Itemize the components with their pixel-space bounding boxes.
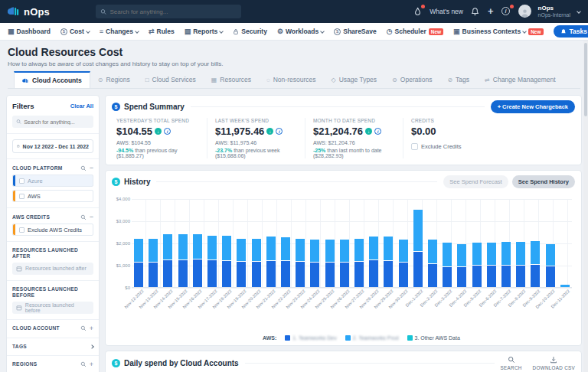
chevron-right-icon[interactable] — [90, 344, 94, 349]
exclude-credits-checkbox[interactable]: Exclude Credits — [411, 143, 493, 150]
nav-item-scheduler[interactable]: ◷SchedulerNew — [387, 28, 443, 35]
tab-cloud-services[interactable]: □Cloud Services — [138, 71, 204, 88]
bar-Nov-13-2022[interactable]: Nov-13-2022 — [149, 199, 158, 287]
bar-Nov-18-2022[interactable]: Nov-18-2022 — [222, 199, 231, 287]
filter-option-aws[interactable]: AWS — [12, 190, 93, 202]
tab-resources[interactable]: ▦Resources — [204, 71, 259, 88]
bell-icon[interactable] — [470, 6, 481, 17]
see-spend-history-button[interactable]: See Spend History — [512, 175, 575, 188]
bar-Nov-23-2022[interactable]: Nov-23-2022 — [296, 199, 305, 287]
nav-item-rules[interactable]: ⇄Rules — [149, 28, 175, 35]
nav-item-changes[interactable]: ≡Changes — [100, 28, 139, 35]
legend-item[interactable]: 1. Teamworks Dev — [285, 335, 336, 341]
filter-option-azure[interactable]: Azure — [12, 175, 93, 187]
filter-option-exclude-aws-credits[interactable]: Exclude AWS Credits — [12, 224, 93, 236]
bar-Nov-25-2022[interactable]: Nov-25-2022 — [325, 199, 335, 287]
tab-usage-types[interactable]: ◇Usage Types — [323, 71, 384, 88]
bar-Dec-10-2022[interactable]: Dec-10-2022 — [546, 199, 555, 287]
info-icon[interactable]: i — [501, 6, 511, 17]
bar-Nov-21-2022[interactable]: Nov-21-2022 — [266, 199, 276, 287]
whats-new-label[interactable]: What's new — [430, 8, 463, 15]
bar-Nov-16-2022[interactable]: Nov-16-2022 — [193, 199, 202, 287]
launched-after-input[interactable]: Resources launched after — [12, 263, 93, 275]
global-search-input[interactable] — [109, 8, 237, 15]
collapse-icon[interactable]: − — [90, 165, 93, 171]
nav-item-sharesave[interactable]: $ShareSave — [334, 28, 376, 35]
sidebar-section-tags[interactable]: TAGS — [12, 344, 93, 350]
checkbox[interactable] — [19, 194, 24, 199]
tab-cloud-accounts[interactable]: Cloud Accounts — [14, 71, 90, 88]
bar-Nov-20-2022[interactable]: Nov-20-2022 — [252, 199, 261, 287]
bar-Nov-28-2022[interactable]: Nov-28-2022 — [369, 199, 378, 287]
bar-Dec-3-2022[interactable]: Dec-3-2022 — [443, 199, 452, 287]
filter-search[interactable] — [12, 116, 93, 128]
nav-item-business-contexts[interactable]: ▣Business ContextsNew — [453, 28, 543, 35]
tasks-button[interactable]: Tasks — [554, 25, 588, 38]
bar-Nov-26-2022[interactable]: Nov-26-2022 — [340, 199, 349, 287]
bar-Dec-2-2022[interactable]: Dec-2-2022 — [428, 199, 437, 287]
add-icon[interactable]: + — [488, 6, 494, 16]
page-scrollbar[interactable] — [583, 41, 588, 372]
user-avatar[interactable] — [518, 5, 531, 18]
date-range-picker[interactable]: Nov 12 2022 - Dec 11 2022 — [12, 139, 93, 153]
tab-change-management[interactable]: ⇌Change Management — [477, 71, 563, 88]
bar-Nov-17-2022[interactable]: Nov-17-2022 — [207, 199, 217, 287]
section-search-icon[interactable] — [80, 214, 87, 220]
nav-item-cost[interactable]: $Cost — [60, 28, 90, 35]
bar-Nov-22-2022[interactable]: Nov-22-2022 — [281, 199, 290, 287]
sidebar-section-cloud-account[interactable]: CLOUD ACCOUNT+ — [12, 325, 93, 332]
bar-Nov-19-2022[interactable]: Nov-19-2022 — [237, 199, 246, 287]
table-search-button[interactable]: SEARCH — [501, 356, 522, 370]
see-spend-forecast-button[interactable]: See Spend Forecast — [443, 175, 508, 188]
nav-item-security[interactable]: Security — [233, 28, 267, 35]
section-search-icon[interactable] — [80, 165, 87, 171]
user-info[interactable]: nOps nOps-Internal — [538, 5, 570, 18]
tab-operations[interactable]: ⊖Operations — [384, 71, 439, 88]
section-search-icon[interactable] — [80, 361, 87, 367]
bar-Nov-27-2022[interactable]: Nov-27-2022 — [354, 199, 364, 287]
filter-search-input[interactable] — [24, 119, 90, 125]
nav-item-dashboard[interactable]: ▦Dashboard — [8, 28, 51, 35]
bar-Dec-4-2022[interactable]: Dec-4-2022 — [457, 199, 466, 287]
checkbox[interactable] — [19, 227, 24, 233]
info-icon[interactable]: i — [164, 128, 171, 135]
bar-Dec-11-2022[interactable]: Dec-11-2022 — [560, 199, 570, 287]
bar-Dec-1-2022[interactable]: Dec-1-2022 — [413, 199, 423, 287]
tab-non-resources[interactable]: ◌Non-resources — [259, 71, 324, 88]
bar-Dec-6-2022[interactable]: Dec-6-2022 — [487, 199, 496, 287]
scrollbar-thumb[interactable] — [584, 43, 587, 116]
bar-Nov-30-2022[interactable]: Nov-30-2022 — [399, 199, 408, 287]
bar-Dec-9-2022[interactable]: Dec-9-2022 — [531, 199, 540, 287]
collapse-icon[interactable]: − — [90, 214, 93, 220]
whats-new-icon[interactable] — [412, 6, 423, 17]
nav-item-reports[interactable]: ▤Reports — [185, 28, 224, 35]
nav-item-workloads[interactable]: ⚙Workloads — [277, 28, 324, 35]
info-icon[interactable]: i — [374, 128, 381, 135]
bar-Dec-7-2022[interactable]: Dec-7-2022 — [501, 199, 511, 287]
download-csv-button[interactable]: DOWNLOAD CSV — [533, 356, 575, 370]
legend-item[interactable]: 2. Teamworks Prod — [345, 335, 399, 341]
tab-regions[interactable]: ⊙Regions — [90, 71, 138, 88]
bar-Nov-24-2022[interactable]: Nov-24-2022 — [310, 199, 319, 287]
info-icon[interactable]: i — [276, 128, 283, 135]
bar-Nov-14-2022[interactable]: Nov-14-2022 — [163, 199, 172, 287]
launched-before-input[interactable]: Resources launched before — [12, 302, 93, 314]
clear-all-link[interactable]: Clear All — [70, 103, 93, 109]
tab-tags[interactable]: ⊘Tags — [439, 71, 477, 88]
notification-dot — [421, 5, 425, 8]
bar-Nov-12-2022[interactable]: Nov-12-2022 — [134, 199, 143, 287]
legend-item[interactable]: 3. Other AWS Data — [407, 335, 460, 341]
bar-Nov-29-2022[interactable]: Nov-29-2022 — [384, 199, 393, 287]
chevron-down-icon[interactable] — [577, 9, 581, 14]
checkbox[interactable] — [19, 178, 24, 184]
expand-icon[interactable]: + — [90, 325, 93, 332]
nops-logo[interactable]: nOps — [8, 6, 50, 18]
sidebar-section-regions[interactable]: REGIONS+ — [12, 361, 93, 368]
expand-icon[interactable]: + — [90, 361, 93, 368]
bar-Dec-8-2022[interactable]: Dec-8-2022 — [516, 199, 525, 287]
section-search-icon[interactable] — [80, 325, 87, 331]
bar-Nov-15-2022[interactable]: Nov-15-2022 — [178, 199, 188, 287]
global-search[interactable] — [96, 5, 241, 18]
bar-Dec-5-2022[interactable]: Dec-5-2022 — [472, 199, 482, 287]
create-chargeback-button[interactable]: + Create New Chargeback — [491, 100, 575, 113]
